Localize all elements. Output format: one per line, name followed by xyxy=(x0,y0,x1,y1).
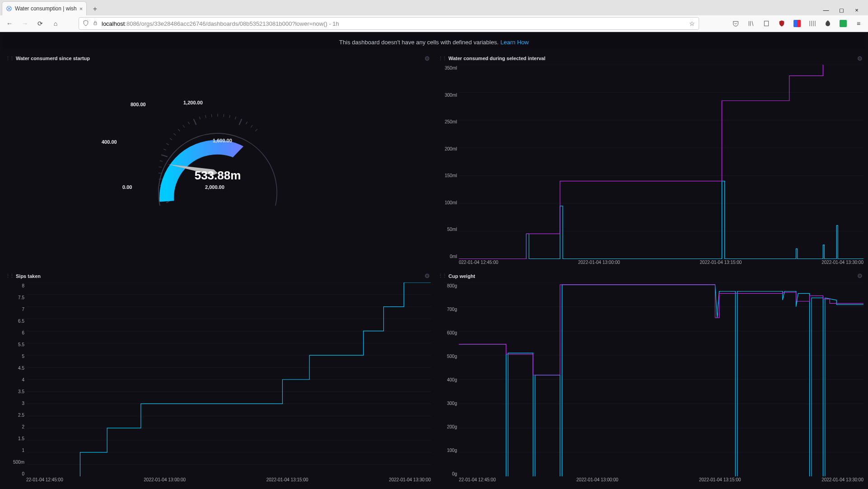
browser-tabbar: Water consumption | wish × + — ◻ × xyxy=(0,0,868,15)
bookmark-star-icon[interactable]: ☆ xyxy=(689,20,695,27)
svg-line-24 xyxy=(183,125,185,127)
tab-close-icon[interactable]: × xyxy=(79,5,83,12)
panel-title: Water consumerd since startup xyxy=(16,56,90,61)
extension4-icon[interactable] xyxy=(837,18,849,29)
pocket-icon[interactable] xyxy=(730,18,742,29)
y-tick: 500m xyxy=(13,460,24,465)
y-tick: 300ml xyxy=(445,93,457,98)
y-tick: 2 xyxy=(22,424,24,429)
svg-line-18 xyxy=(161,155,168,156)
y-tick: 5 xyxy=(22,354,24,359)
new-tab-button[interactable]: + xyxy=(89,3,101,15)
svg-line-31 xyxy=(224,114,224,117)
y-tick: 800g xyxy=(447,283,457,288)
y-tick: 600g xyxy=(447,330,457,335)
svg-line-17 xyxy=(160,160,163,161)
window-close-icon[interactable]: × xyxy=(852,7,862,14)
chart-sips: 87.576.565.554.543.532.521.51500m022-01-… xyxy=(3,282,433,485)
menu-icon[interactable]: ≡ xyxy=(853,18,864,29)
x-tick: 22-01-04 12:45:00 xyxy=(459,477,496,482)
svg-line-21 xyxy=(170,138,172,140)
shield-icon xyxy=(83,20,89,28)
gear-icon[interactable]: ⚙ xyxy=(857,55,863,62)
y-tick: 0ml xyxy=(450,254,457,259)
panel-title: Sips taken xyxy=(16,273,41,279)
x-tick: 022-01-04 12:45:00 xyxy=(459,260,498,265)
panel-water-consumed-startup: ⋮⋮ Water consumerd since startup ⚙ xyxy=(3,52,433,267)
drag-handle-icon[interactable]: ⋮⋮ xyxy=(5,56,14,61)
y-tick: 500g xyxy=(447,354,457,359)
drag-handle-icon[interactable]: ⋮⋮ xyxy=(5,273,14,279)
y-tick: 4 xyxy=(22,377,24,382)
svg-line-28 xyxy=(205,115,206,118)
y-tick: 7.5 xyxy=(18,295,24,300)
svg-line-32 xyxy=(229,115,230,118)
extension2-icon[interactable] xyxy=(807,18,818,29)
svg-line-36 xyxy=(251,125,252,127)
x-tick: 2022-01-04 13:00:00 xyxy=(144,477,186,482)
y-tick: 1.5 xyxy=(18,436,24,441)
banner-learn-link[interactable]: Learn How xyxy=(500,39,529,46)
y-tick: 8 xyxy=(22,283,24,288)
variables-banner: This dashboard doesn't have any cells wi… xyxy=(3,35,865,49)
y-tick: 200ml xyxy=(445,146,457,151)
y-tick: 5.5 xyxy=(18,342,24,347)
svg-rect-2 xyxy=(764,21,768,26)
y-tick: 300g xyxy=(447,401,457,406)
drag-handle-icon[interactable]: ⋮⋮ xyxy=(438,273,446,279)
tab-title: Water consumption | wish xyxy=(15,5,77,12)
svg-line-23 xyxy=(178,129,180,131)
y-tick: 1 xyxy=(22,448,24,453)
window-controls: — ◻ × xyxy=(817,5,866,15)
svg-line-35 xyxy=(246,122,247,124)
y-tick: 100g xyxy=(447,448,457,453)
gear-icon[interactable]: ⚙ xyxy=(425,273,430,279)
svg-rect-9 xyxy=(840,20,847,27)
url-text: localhost:8086/orgs/33e28486acc26746/das… xyxy=(102,20,339,27)
tab-favicon-icon xyxy=(6,5,12,12)
x-tick: 2022-01-04 13:15:00 xyxy=(700,260,742,265)
browser-tab[interactable]: Water consumption | wish × xyxy=(2,1,87,15)
gear-icon[interactable]: ⚙ xyxy=(857,273,863,279)
svg-rect-4 xyxy=(797,20,801,27)
panel-water-consumed-interval: ⋮⋮ Water consumed during selected interv… xyxy=(435,52,865,267)
url-bar[interactable]: localhost:8086/orgs/33e28486acc26746/das… xyxy=(79,17,699,30)
browser-toolbar: ← → ⟳ ⌂ localhost:8086/orgs/33e28486acc2… xyxy=(0,15,868,32)
svg-line-37 xyxy=(256,129,257,131)
nav-forward-icon[interactable]: → xyxy=(19,18,31,29)
svg-line-33 xyxy=(235,117,236,119)
svg-line-29 xyxy=(211,114,212,117)
panel-title: Cup weight xyxy=(448,273,475,279)
y-tick: 2.5 xyxy=(18,413,24,418)
y-tick: 3.5 xyxy=(18,389,24,394)
y-tick: 6 xyxy=(22,330,24,335)
y-tick: 200g xyxy=(447,424,457,429)
svg-line-25 xyxy=(188,122,189,124)
svg-line-27 xyxy=(199,117,200,119)
svg-line-16 xyxy=(159,167,162,167)
gauge-label-t3: 1,200.00 xyxy=(183,100,203,105)
window-minimize-icon[interactable]: — xyxy=(821,7,831,14)
url-host: localhost xyxy=(102,20,125,27)
nav-back-icon[interactable]: ← xyxy=(4,18,15,29)
nav-reload-icon[interactable]: ⟳ xyxy=(34,18,46,29)
gauge-svg xyxy=(105,94,331,238)
drag-handle-icon[interactable]: ⋮⋮ xyxy=(438,56,446,61)
gauge-label-t4: 1,600.00 xyxy=(213,138,232,143)
x-tick: 2022-01-04 13:00:00 xyxy=(578,260,620,265)
y-tick: 6.5 xyxy=(18,319,24,324)
y-tick: 50ml xyxy=(447,227,457,232)
x-tick: 2022-01-04 13:00:00 xyxy=(576,477,618,482)
reader-icon[interactable] xyxy=(761,18,772,29)
url-rest: :8086/orgs/33e28486acc26746/dashboards/0… xyxy=(125,20,339,27)
nav-home-icon[interactable]: ⌂ xyxy=(50,18,61,29)
extension3-icon[interactable] xyxy=(822,18,834,29)
extension1-icon[interactable] xyxy=(791,18,803,29)
window-maximize-icon[interactable]: ◻ xyxy=(836,7,846,14)
lock-icon xyxy=(93,20,98,27)
y-tick: 150ml xyxy=(445,173,457,178)
library-icon[interactable] xyxy=(745,18,757,29)
ublock-icon[interactable] xyxy=(776,18,788,29)
gear-icon[interactable]: ⚙ xyxy=(425,55,430,62)
y-tick: 0g xyxy=(452,471,457,476)
